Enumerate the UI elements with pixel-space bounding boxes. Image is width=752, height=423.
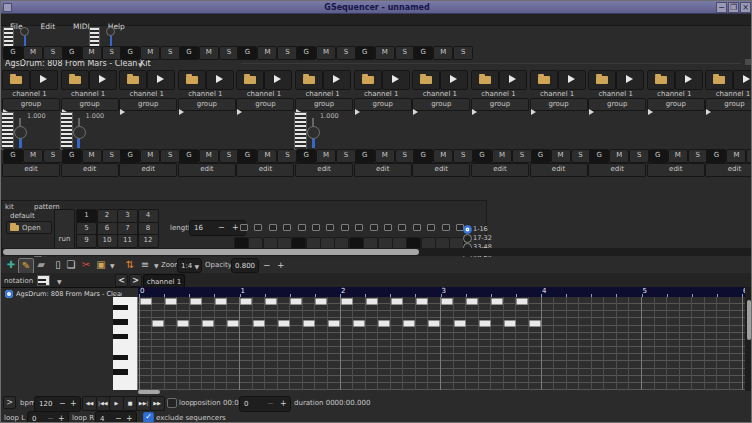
note[interactable] — [516, 298, 528, 305]
bank-4-button[interactable]: 4 — [138, 209, 159, 223]
edit-button[interactable]: edit — [119, 163, 177, 177]
bank-11-button[interactable]: 11 — [117, 234, 138, 248]
pad-play-button[interactable] — [30, 70, 58, 90]
line-gms-g-button[interactable]: G — [531, 149, 551, 163]
bank-9-button[interactable]: 9 — [76, 234, 97, 248]
note[interactable] — [454, 320, 466, 327]
edit-button[interactable]: edit — [354, 163, 412, 177]
pad-expander-icon[interactable] — [120, 109, 125, 115]
line-gms-s-button[interactable]: S — [219, 149, 239, 163]
editor-vscrollbar[interactable] — [745, 287, 752, 391]
fader-knob[interactable] — [307, 126, 320, 139]
line-gms-g-button[interactable]: G — [648, 149, 668, 163]
pad-play-button[interactable] — [323, 70, 351, 90]
opacity-field[interactable]: 0.800 — [231, 258, 259, 273]
line-gms-m-button[interactable]: M — [23, 149, 43, 163]
line-gms-m-button[interactable]: M — [609, 149, 629, 163]
opacity-minus-button[interactable]: − — [263, 260, 271, 270]
loop-left-plus-button[interactable]: + — [58, 414, 65, 423]
fast-forward-button[interactable]: ▶▶ — [150, 396, 165, 411]
zoom-select[interactable]: 1:4 ▼ — [177, 258, 202, 273]
line-gms-m-button[interactable]: M — [82, 149, 102, 163]
black-key[interactable] — [113, 319, 128, 324]
editor-hscroll-thumb[interactable] — [138, 390, 160, 394]
line-gms-g-button[interactable]: G — [706, 149, 726, 163]
notation-scope-icon[interactable] — [37, 275, 50, 286]
pad-expander-icon[interactable] — [531, 109, 536, 115]
note[interactable] — [353, 320, 365, 327]
line-gms-s-button[interactable]: S — [43, 149, 63, 163]
gms-m-button[interactable]: M — [23, 46, 43, 60]
edit-button[interactable]: edit — [471, 163, 529, 177]
note[interactable] — [240, 298, 252, 305]
pad-group-button[interactable]: group — [530, 98, 588, 111]
navigation-expander-button[interactable]: > — [3, 396, 16, 409]
bank-1-button[interactable]: 1 — [76, 209, 97, 223]
line-gms-m-button[interactable]: M — [668, 149, 688, 163]
edit-button[interactable]: edit — [295, 163, 353, 177]
gms-s-button[interactable]: S — [43, 46, 63, 60]
loop-checkbox[interactable] — [167, 398, 177, 408]
line-gms-s-button[interactable]: S — [746, 149, 752, 163]
pad-group-button[interactable]: group — [295, 98, 353, 111]
pad-expander-icon[interactable] — [472, 109, 477, 115]
select-icon[interactable]: ▯ — [51, 258, 65, 272]
note[interactable] — [403, 320, 415, 327]
line-gms-g-button[interactable]: G — [179, 149, 199, 163]
pad-fader[interactable]: 1.000 — [1, 112, 57, 150]
pad-open-button[interactable] — [354, 70, 382, 90]
pad-expander-icon[interactable] — [237, 109, 242, 115]
pad-play-button[interactable] — [558, 70, 586, 90]
tab-next-button[interactable]: > — [129, 274, 142, 287]
machine-hscrollbar[interactable] — [1, 248, 752, 256]
pad-group-button[interactable]: group — [236, 98, 294, 111]
cut-scissors-icon[interactable]: ✂ — [79, 258, 93, 272]
pad-open-button[interactable] — [647, 70, 675, 90]
position-cursor-icon[interactable]: ✚ — [4, 258, 18, 272]
pad-play-button[interactable] — [89, 70, 117, 90]
note[interactable] — [366, 298, 378, 305]
paste-icon[interactable]: ▣ — [94, 258, 108, 272]
offset-radio-1-16[interactable] — [463, 225, 472, 234]
pad-group-button[interactable]: group — [412, 98, 470, 111]
pad-play-button[interactable] — [440, 70, 468, 90]
title-bar[interactable]: GSequencer - unnamed − ❐ × — [1, 1, 752, 14]
line-gms-m-button[interactable]: M — [492, 149, 512, 163]
note[interactable] — [152, 320, 164, 327]
line-gms-s-button[interactable]: S — [102, 149, 122, 163]
gms-g-button[interactable]: G — [3, 46, 23, 60]
line-gms-s-button[interactable]: S — [688, 149, 708, 163]
black-key[interactable] — [113, 334, 128, 339]
gms-s-button[interactable]: S — [336, 46, 356, 60]
pad-expander-icon[interactable] — [179, 109, 184, 115]
loop-right-plus-button[interactable]: + — [126, 414, 133, 423]
note[interactable] — [479, 320, 491, 327]
pad-open-button[interactable] — [295, 70, 323, 90]
pad-play-button[interactable] — [616, 70, 644, 90]
maximize-button[interactable]: ❐ — [728, 2, 739, 13]
rewind-button[interactable]: ◀◀ — [82, 396, 97, 411]
scope-caret-icon[interactable]: ▼ — [57, 278, 62, 285]
pad-group-button[interactable]: group — [61, 98, 119, 111]
window-menu-button[interactable] — [3, 3, 12, 12]
note[interactable] — [441, 298, 453, 305]
piano-keyboard[interactable] — [113, 297, 138, 390]
note[interactable] — [165, 298, 177, 305]
pad-play-button[interactable] — [264, 70, 292, 90]
loop-right-spinner[interactable]: 4 − + — [95, 411, 137, 423]
pad-open-button[interactable] — [530, 70, 558, 90]
gms-g-button[interactable]: G — [62, 46, 82, 60]
loop-left-spinner[interactable]: 0 − + — [27, 411, 69, 423]
copy-icon[interactable]: ❏ — [64, 258, 78, 272]
notation-grid[interactable] — [138, 297, 745, 390]
pad-group-button[interactable]: group — [354, 98, 412, 111]
line-gms-g-button[interactable]: G — [589, 149, 609, 163]
gms-s-button[interactable]: S — [453, 46, 473, 60]
edit-pencil-icon[interactable]: ✎ — [18, 258, 34, 274]
gms-g-button[interactable]: G — [237, 46, 257, 60]
edit-button[interactable]: edit — [2, 163, 60, 177]
line-gms-s-button[interactable]: S — [395, 149, 415, 163]
edit-button[interactable]: edit — [236, 163, 294, 177]
pad-open-button[interactable] — [178, 70, 206, 90]
pad-play-button[interactable] — [499, 70, 527, 90]
